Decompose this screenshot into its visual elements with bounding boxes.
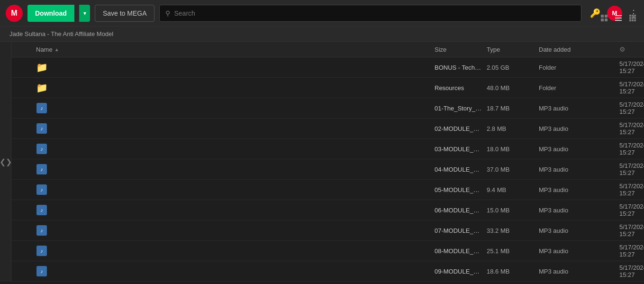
svg-rect-0 — [601, 15, 604, 18]
file-size: 9.4 MB — [487, 186, 539, 193]
file-type: MP3 audio — [539, 146, 619, 153]
file-type: MP3 audio — [539, 247, 619, 255]
audio-file-icon: ♪ — [36, 225, 47, 236]
svg-rect-15 — [634, 19, 636, 21]
audio-file-icon: ♪ — [36, 123, 47, 134]
file-size: 18.6 MB — [487, 268, 539, 275]
main-area: ❮❯ Name ▲ Size Type Date added ⚙ 📁 BONUS… — [0, 42, 644, 282]
audio-file-icon: ♪ — [36, 184, 47, 195]
file-size: 2.8 MB — [487, 125, 539, 132]
svg-rect-5 — [615, 18, 622, 18]
table-row[interactable]: ♪ 03-MODULE_1___LESSON_1_-_Cleansing_The… — [11, 139, 644, 159]
size-column-header: Size — [435, 46, 487, 53]
search-container: ⚲ — [159, 5, 581, 22]
search-icon: ⚲ — [165, 9, 170, 17]
svg-rect-12 — [634, 17, 636, 19]
name-column-header: Name — [36, 46, 53, 53]
svg-rect-13 — [629, 19, 631, 21]
file-list-area: Name ▲ Size Type Date added ⚙ 📁 BONUS - … — [11, 42, 644, 282]
file-type: MP3 audio — [539, 227, 619, 234]
table-row[interactable]: 📁 Resources 48.0 MB Folder 5/17/2024, 15… — [11, 78, 644, 98]
file-date: 5/17/2024, 15:27 — [619, 223, 638, 238]
file-type: MP3 audio — [539, 268, 619, 275]
file-date: 5/17/2024, 15:27 — [619, 60, 638, 74]
file-type: MP3 audio — [539, 186, 619, 193]
file-size: 18.7 MB — [487, 105, 539, 112]
table-row[interactable]: ♪ 06-MODULE_1___LESSON_4_-_Why_Building_… — [11, 200, 644, 220]
audio-file-icon: ♪ — [36, 204, 47, 216]
folder-icon: 📁 — [36, 82, 47, 93]
date-column-header: Date added — [539, 46, 619, 53]
list-view-icon[interactable] — [613, 13, 624, 25]
audio-file-icon: ♪ — [36, 245, 47, 257]
file-name: BONUS - Tech Stack — [435, 64, 487, 71]
file-size: 15.0 MB — [487, 207, 539, 214]
audio-file-icon: ♪ — [36, 102, 47, 114]
file-date: 5/17/2024, 15:27 — [619, 121, 638, 136]
svg-rect-14 — [632, 19, 634, 21]
svg-rect-7 — [629, 15, 631, 17]
type-column-header: Type — [487, 46, 539, 53]
file-type: MP3 audio — [539, 105, 619, 112]
file-size: 25.1 MB — [487, 247, 539, 255]
topbar: M Download ▾ Save to MEGA ⚲ 🔑 M ⋮ — [0, 0, 644, 27]
file-size: 33.2 MB — [487, 227, 539, 234]
file-date: 5/17/2024, 15:27 — [619, 142, 638, 156]
file-date: 5/17/2024, 15:27 — [619, 203, 638, 217]
table-row[interactable]: 📁 BONUS - Tech Stack 2.05 GB Folder 5/17… — [11, 57, 644, 78]
file-name: Resources — [435, 84, 487, 92]
sort-icon: ▲ — [54, 47, 59, 52]
file-type: Folder — [539, 84, 619, 92]
svg-rect-4 — [615, 15, 622, 16]
file-name: 06-MODULE_1___LESSON_4_-_Why_Building_A_… — [435, 207, 487, 214]
table-row[interactable]: ♪ 08-MODULE_1___LESSON_6_-_How_To_Pivot_… — [11, 241, 644, 261]
file-type: MP3 audio — [539, 207, 619, 214]
file-date: 5/17/2024, 15:27 — [619, 244, 638, 258]
table-row[interactable]: ♪ 01-The_Story_Behind_The_Anti_Affiliate… — [11, 98, 644, 119]
file-date: 5/17/2024, 15:27 — [619, 162, 638, 176]
file-type: MP3 audio — [539, 125, 619, 132]
folder-icon: 📁 — [36, 62, 47, 73]
download-arrow-button[interactable]: ▾ — [79, 5, 90, 22]
file-date: 5/17/2024, 15:27 — [619, 264, 638, 278]
file-name: 02-MODULE_1___Introduction.mp3 — [435, 125, 487, 132]
file-rows-container: 📁 BONUS - Tech Stack 2.05 GB Folder 5/17… — [11, 57, 644, 282]
gear-icon[interactable]: ⚙ — [619, 46, 626, 53]
breadcrumb: Jade Sultana - The Anti Affiliate Model — [0, 27, 644, 42]
file-date: 5/17/2024, 15:27 — [619, 183, 638, 197]
svg-rect-9 — [634, 15, 636, 17]
audio-file-icon: ♪ — [36, 266, 47, 277]
mega-logo: M — [6, 5, 23, 22]
file-name: 08-MODULE_1___LESSON_6_-_How_To_Pivot_Yo… — [435, 247, 487, 255]
audio-file-icon: ♪ — [36, 164, 47, 175]
svg-rect-2 — [601, 18, 604, 21]
table-row[interactable]: ♪ 09-MODULE_1___MINDSET_1_-_Clearing__x2… — [11, 261, 644, 282]
table-row[interactable]: ♪ 04-MODULE_1___LESSON_2_-_Relieving_Tim… — [11, 159, 644, 180]
file-date: 5/17/2024, 15:27 — [619, 81, 638, 95]
file-name: 05-MODULE_1___LESSON_3_-_Why_You_Don__x2… — [435, 186, 487, 193]
file-size: 48.0 MB — [487, 84, 539, 92]
search-input[interactable] — [174, 9, 575, 17]
thumbnail-view-icon[interactable] — [599, 13, 610, 25]
file-name: 09-MODULE_1___MINDSET_1_-_Clearing__x27_… — [435, 268, 487, 275]
table-header: Name ▲ Size Type Date added ⚙ — [11, 42, 644, 57]
svg-rect-1 — [605, 15, 608, 18]
audio-file-icon: ♪ — [36, 143, 47, 155]
sidebar-toggle[interactable]: ❮❯ — [0, 42, 11, 282]
table-row[interactable]: ♪ 05-MODULE_1___LESSON_3_-_Why_You_Don__… — [11, 180, 644, 200]
file-size: 37.0 MB — [487, 166, 539, 173]
file-size: 18.0 MB — [487, 146, 539, 153]
file-name: 04-MODULE_1___LESSON_2_-_Relieving_Timel… — [435, 166, 487, 173]
table-row[interactable]: ♪ 02-MODULE_1___Introduction.mp3 2.8 MB … — [11, 119, 644, 139]
file-name: 03-MODULE_1___LESSON_1_-_Cleansing_The__… — [435, 146, 487, 153]
file-type: Folder — [539, 64, 619, 71]
svg-rect-8 — [632, 15, 634, 17]
grid-view-icon[interactable] — [627, 13, 638, 25]
svg-rect-3 — [605, 18, 608, 21]
svg-rect-10 — [629, 17, 631, 19]
chevron-icon: ❮❯ — [0, 157, 12, 166]
table-row[interactable]: ♪ 07-MODULE_1___LESSON_5_-_You_Don__x27_… — [11, 220, 644, 241]
save-to-mega-button[interactable]: Save to MEGA — [95, 5, 155, 22]
file-date: 5/17/2024, 15:27 — [619, 101, 638, 115]
download-button[interactable]: Download — [27, 5, 74, 22]
